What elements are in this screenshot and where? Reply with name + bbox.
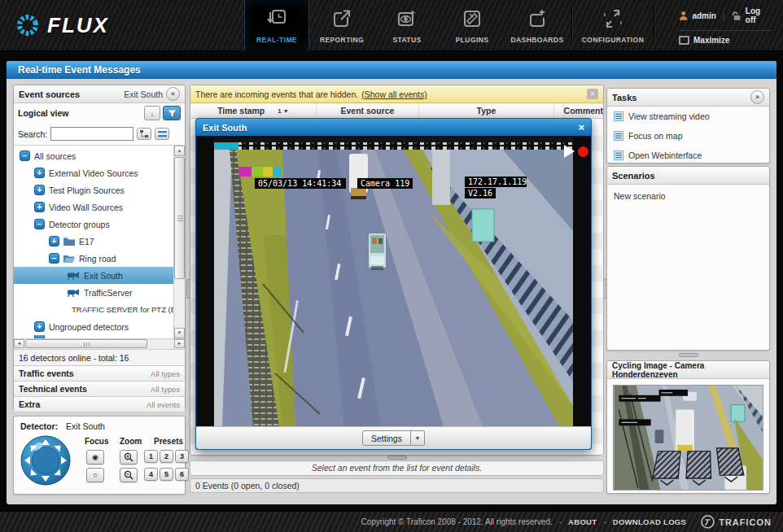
column-event-source[interactable]: Event source — [317, 103, 419, 118]
task-view-streaming-video[interactable]: View streaming video — [607, 107, 769, 126]
download-tree-button[interactable]: ↓ — [144, 106, 160, 120]
tree-item-all-sources[interactable]: − All sources — [14, 147, 173, 164]
maximize-label[interactable]: Maximize — [693, 36, 729, 45]
alert-text: There are incoming events that are hidde… — [195, 89, 358, 99]
maximize-checkbox[interactable] — [679, 36, 689, 45]
alert-close-icon[interactable]: × — [587, 89, 598, 99]
search-label: Search: — [18, 129, 47, 139]
tree-item-video-wall-sources[interactable]: + Video Wall Sources — [14, 198, 173, 216]
top-nav: FLUX REAL-TIME REPORTING — [0, 0, 783, 51]
zoom-out-button[interactable] — [120, 468, 138, 482]
task-open-webinterface[interactable]: Open Webinterface — [607, 146, 769, 165]
record-icon[interactable] — [578, 146, 588, 157]
column-comment[interactable]: Comment — [564, 103, 603, 118]
ptz-joystick[interactable] — [20, 434, 72, 486]
tree-item-ring-road[interactable]: − Ring road — [14, 250, 173, 267]
tab-status[interactable]: STATUS — [374, 0, 440, 50]
page-title: Real-time Event Messages — [7, 61, 776, 79]
collapse-tasks-button[interactable]: » — [750, 90, 764, 104]
scroll-left-button[interactable]: ◄ — [14, 339, 24, 348]
logoff-button[interactable]: Log off — [746, 7, 772, 24]
tab-plugins[interactable]: PLUGINS — [440, 0, 505, 50]
tree-item-detector-groups[interactable]: − Detector groups — [14, 216, 173, 233]
extra-filter[interactable]: Extra All events — [14, 396, 185, 412]
cycling-image-panel: Cycling Image - Camera Honderdenzeven — [606, 360, 770, 494]
tree-vertical-scrollbar[interactable]: ▲ ▼ — [173, 146, 185, 338]
expand-node-icon[interactable]: + — [34, 202, 45, 212]
focus-far-button[interactable]: ○ — [86, 468, 104, 482]
copyright-text: Copyright © Traficon 2008 - 2012. All ri… — [361, 517, 552, 526]
about-link[interactable]: ABOUT — [568, 517, 597, 526]
expand-node-icon[interactable]: + — [34, 185, 45, 195]
scroll-up-button[interactable]: ▲ — [174, 146, 185, 156]
filter-funnel-button[interactable] — [163, 106, 181, 120]
preset-5-button[interactable]: 5 — [160, 468, 173, 481]
folder-open-icon — [63, 254, 75, 263]
tab-real-time[interactable]: REAL-TIME — [244, 0, 309, 50]
task-label: View streaming video — [628, 111, 710, 121]
settings-dropdown-button[interactable]: ▼ — [411, 430, 425, 446]
popup-close-icon[interactable]: × — [578, 122, 584, 133]
tree-item-label: Test Plugin Sources — [49, 185, 125, 195]
reporting-icon — [331, 7, 352, 30]
task-label: Focus on map — [628, 131, 683, 141]
scrollbar-thumb[interactable] — [25, 339, 147, 348]
tree-item-external-video-sources[interactable]: + External Video Sources — [14, 164, 173, 181]
tree-item-trafficserver[interactable]: TrafficServer — [14, 284, 173, 301]
download-logs-link[interactable]: DOWNLOAD LOGS — [613, 517, 686, 526]
scroll-down-button[interactable]: ▼ — [174, 328, 185, 338]
tree-item-test-plugin-sources[interactable]: + Test Plugin Sources — [14, 181, 173, 198]
preset-2-button[interactable]: 2 — [160, 450, 173, 463]
play-icon[interactable] — [564, 145, 575, 158]
cycling-image-title: Cycling Image - Camera Honderdenzeven — [612, 361, 764, 379]
zoom-in-button[interactable] — [120, 450, 138, 464]
tree-item-exit-south[interactable]: Exit South — [14, 267, 173, 284]
tree-horizontal-scrollbar[interactable]: ◄ ► — [14, 338, 185, 349]
collapse-node-icon[interactable]: − — [49, 253, 59, 264]
technical-events-filter[interactable]: Technical events All types — [14, 381, 185, 396]
task-focus-on-map[interactable]: Focus on map — [607, 126, 769, 146]
tree-view-toggle-button[interactable] — [137, 128, 151, 140]
scrollbar-thumb[interactable] — [174, 157, 185, 279]
collapse-node-icon[interactable]: − — [20, 150, 30, 161]
expand-node-icon[interactable]: + — [34, 168, 45, 178]
column-type[interactable]: Type — [419, 103, 554, 118]
tree-item-traffic-server-ptz[interactable]: TRAFFIC SERVER for PTZ (EVM) — [14, 301, 173, 318]
tab-reporting[interactable]: REPORTING — [309, 0, 374, 50]
dashboards-icon — [527, 7, 548, 30]
tab-configuration[interactable]: CONFIGURATION — [574, 0, 652, 50]
new-scenario-item[interactable]: New scenario — [607, 185, 769, 207]
tree-item-label: All sources — [34, 151, 76, 161]
preset-1-button[interactable]: 1 — [144, 450, 158, 463]
search-input[interactable] — [50, 127, 133, 141]
expand-node-icon[interactable]: + — [49, 236, 59, 246]
popup-title: Exit South — [203, 123, 247, 133]
column-time-stamp[interactable]: Time stamp 1▼ — [190, 103, 317, 118]
collapse-node-icon[interactable]: − — [34, 219, 45, 229]
settings-button[interactable]: Settings — [362, 430, 411, 446]
filter-value: All types — [151, 385, 180, 394]
page-container: Real-time Event Messages Event sources E… — [7, 61, 776, 504]
preset-4-button[interactable]: 4 — [144, 468, 158, 481]
detail-splitter-handle[interactable] — [387, 456, 407, 460]
filter-value: All events — [147, 400, 180, 409]
list-view-toggle-button[interactable] — [155, 128, 169, 140]
traficon-logo: TRAFICON — [701, 515, 772, 529]
right-panel-splitter-handle[interactable] — [679, 353, 698, 357]
sort-indicator[interactable]: 1▼ — [278, 107, 288, 115]
expand-node-icon[interactable]: + — [34, 321, 45, 332]
scroll-right-button[interactable]: ► — [174, 339, 185, 348]
brand-name: FLUX — [47, 13, 109, 38]
tab-label: STATUS — [392, 36, 421, 44]
traffic-events-filter[interactable]: Traffic events All types — [14, 365, 185, 381]
nav-separator — [654, 7, 654, 44]
tree-item-ungrouped-detectors[interactable]: + Ungrouped detectors — [14, 318, 173, 335]
collapse-panel-button[interactable]: « — [166, 87, 180, 101]
tree-item-e17[interactable]: + E17 — [14, 233, 173, 250]
preset-3-button[interactable]: 3 — [175, 450, 189, 463]
preset-6-button[interactable]: 6 — [175, 468, 189, 481]
focus-near-button[interactable]: ◉ — [86, 450, 104, 464]
popup-titlebar[interactable]: Exit South × — [196, 119, 591, 136]
show-all-events-link[interactable]: (Show all events) — [361, 89, 427, 99]
tab-dashboards[interactable]: DASHBOARDS — [505, 0, 570, 50]
